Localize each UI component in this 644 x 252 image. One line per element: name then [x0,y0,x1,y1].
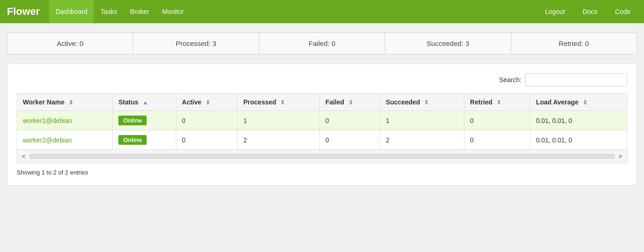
table-header-row: Worker Name ⇕ Status ▲ Active ⇕ Processe… [17,94,627,111]
worker-link[interactable]: worker2@debian [23,136,72,144]
cell-worker-name: worker1@debian [17,111,113,130]
col-load-average[interactable]: Load Average ⇕ [530,94,627,111]
col-active[interactable]: Active ⇕ [176,94,238,111]
col-processed[interactable]: Processed ⇕ [238,94,320,111]
table-row: worker1@debianOnline010100.01, 0.01, 0 [17,111,627,130]
stat-failed: Failed: 0 [259,33,385,54]
nav-item-broker[interactable]: Broker [123,0,155,23]
search-label: Search: [499,76,522,84]
cell-failed: 0 [320,130,380,150]
nav-item-monitor[interactable]: Monitor [155,0,190,23]
workers-table: Worker Name ⇕ Status ▲ Active ⇕ Processe… [17,93,627,150]
col-status[interactable]: Status ▲ [113,94,176,111]
cell-processed: 2 [238,130,320,150]
nav-item-tasks[interactable]: Tasks [94,0,123,23]
cell-processed: 1 [238,111,320,130]
scroll-track[interactable] [29,154,615,159]
cell-status: Online [113,130,176,150]
cell-active: 0 [176,111,238,130]
status-badge: Online [118,135,146,145]
cell-load-average: 0.01, 0.01, 0 [530,130,627,150]
col-retried[interactable]: Retried ⇕ [464,94,530,111]
scroll-right-icon[interactable]: > [617,152,624,161]
cell-failed: 0 [320,111,380,130]
stat-retried: Retried: 0 [511,33,637,54]
stat-active: Active: 0 [7,33,133,54]
sort-status-icon: ▲ [142,99,148,106]
scroll-left-icon[interactable]: < [20,152,27,161]
sort-load-average-icon: ⇕ [583,99,587,106]
app-brand: Flower [7,6,40,18]
nav-item-logout[interactable]: Logout [539,0,572,23]
search-bar: Search: [17,73,627,86]
sort-succeeded-icon: ⇕ [424,99,429,106]
worker-link[interactable]: worker1@debian [23,117,72,124]
cell-retried: 0 [464,111,530,130]
col-succeeded[interactable]: Succeeded ⇕ [380,94,464,111]
navbar: Flower Dashboard Tasks Broker Monitor Lo… [0,0,644,23]
footer-entries: Showing 1 to 2 of 2 entries [17,169,627,176]
sort-active-icon: ⇕ [206,99,210,106]
nav-item-dashboard[interactable]: Dashboard [49,0,94,23]
search-input[interactable] [525,73,627,86]
nav-item-docs[interactable]: Docs [576,0,604,23]
stat-succeeded: Succeeded: 3 [385,33,511,54]
cell-load-average: 0.01, 0.01, 0 [530,111,627,130]
table-row: worker2@debianOnline020200.01, 0.01, 0 [17,130,627,150]
cell-succeeded: 2 [380,130,464,150]
cell-worker-name: worker2@debian [17,130,113,150]
cell-status: Online [113,111,176,130]
nav-items: Dashboard Tasks Broker Monitor [49,0,539,23]
status-badge: Online [118,116,146,125]
stats-bar: Active: 0 Processed: 3 Failed: 0 Succeed… [7,32,637,54]
cell-retried: 0 [464,130,530,150]
col-failed[interactable]: Failed ⇕ [320,94,380,111]
main-content: Search: Worker Name ⇕ Status ▲ Active ⇕ … [7,64,637,186]
sort-processed-icon: ⇕ [280,99,285,106]
stat-processed: Processed: 3 [133,33,259,54]
cell-succeeded: 1 [380,111,464,130]
sort-retried-icon: ⇕ [496,99,501,106]
sort-failed-icon: ⇕ [348,99,353,106]
scroll-row: < > [17,150,627,163]
col-worker-name[interactable]: Worker Name ⇕ [17,94,113,111]
nav-item-code[interactable]: Code [609,0,637,23]
sort-worker-name-icon: ⇕ [69,99,73,106]
navbar-right: Logout Docs Code [539,0,637,23]
cell-active: 0 [176,130,238,150]
